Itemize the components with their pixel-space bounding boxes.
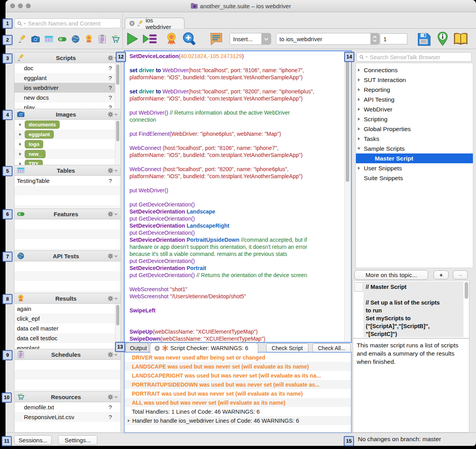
chevron-down-icon[interactable] <box>114 254 118 258</box>
code-line[interactable]: put GetDeviceOrientation() <box>129 201 345 208</box>
code-line[interactable]: put WebDriver() <box>129 187 345 194</box>
disclosure-triangle-icon[interactable] <box>356 107 361 112</box>
code-line[interactable] <box>129 300 345 307</box>
code-line[interactable]: WebScreenshot "shot1" <box>129 286 345 293</box>
code-line[interactable]: put GetDeviceOrientation() <box>129 229 345 236</box>
chevron-down-icon[interactable] <box>114 112 118 117</box>
code-line[interactable] <box>129 81 345 88</box>
tree-item-connections[interactable]: Connections <box>356 65 473 75</box>
list-item[interactable]: TRY <box>15 159 120 165</box>
gear-icon[interactable] <box>107 351 114 358</box>
chevron-down-icon[interactable] <box>114 395 118 399</box>
tree-item-tasks[interactable]: Tasks <box>356 134 473 144</box>
code-line[interactable]: put GetDeviceOrientation() // Returns th… <box>129 272 345 279</box>
editor-scrollbar-thumb[interactable] <box>346 52 349 182</box>
code-line[interactable]: SetDeviceOrientation Portrait <box>129 265 345 272</box>
tree-item-user-snippets[interactable]: User Snippets <box>356 163 473 173</box>
close-checker-icon[interactable] <box>154 345 160 351</box>
list-item[interactable]: logo <box>15 139 120 149</box>
image-collection-pill[interactable]: eggplant <box>25 130 54 139</box>
pencil-icon[interactable] <box>18 35 27 44</box>
tree-item-sample-scripts[interactable]: Sample Scripts <box>356 144 473 153</box>
section-header[interactable]: Tables <box>15 165 120 176</box>
code-line[interactable]: SetDeviceLocation(40.021824,-105.2473129… <box>129 53 345 60</box>
list-item[interactable]: play? <box>15 102 120 109</box>
section-header[interactable]: Scripts <box>15 53 120 63</box>
script-checker-tab[interactable]: Script Checker: WARNINGS: 6 <box>150 343 258 353</box>
disclosure-triangle-icon[interactable] <box>356 146 361 151</box>
more-on-topic-button[interactable]: More on this topic... <box>354 270 428 280</box>
list-item[interactable]: click_epf <box>15 314 120 323</box>
disclosure-triangle-icon[interactable] <box>18 132 23 137</box>
sensetalk-search-input[interactable] <box>369 53 469 61</box>
tree-item-sut-interaction[interactable]: SUT Interaction <box>356 75 473 85</box>
editor-scrollbar[interactable] <box>344 51 351 342</box>
disclosure-triangle-icon[interactable] <box>356 68 361 73</box>
tree-item-webdriver[interactable]: WebDriver <box>356 104 473 114</box>
disclosure-triangle-icon[interactable] <box>18 142 23 147</box>
code-line[interactable]: WebConnect (host:"localhost", port: "820… <box>129 166 345 173</box>
section-header[interactable]: Images <box>15 109 120 120</box>
code-area[interactable]: SetDeviceLocation(40.021824,-105.2473129… <box>125 51 345 342</box>
list-item[interactable]: ios webdriver? <box>15 83 120 93</box>
code-line[interactable] <box>129 123 345 130</box>
section-header[interactable]: API Tests <box>15 251 120 261</box>
code-line[interactable] <box>129 194 345 201</box>
remove-snippet-button[interactable]: − <box>453 270 468 279</box>
insert-dropdown[interactable]: Insert... <box>230 33 271 45</box>
gear-icon[interactable] <box>107 55 114 61</box>
run-selection-button[interactable] <box>142 32 158 46</box>
sensetalk-search-field[interactable] <box>356 52 472 62</box>
disclosure-triangle-icon[interactable] <box>126 418 131 423</box>
tree-item-master-script[interactable]: Master Script <box>356 153 473 163</box>
section-header[interactable]: Resources <box>15 392 120 402</box>
chevron-down-icon[interactable] <box>114 212 118 216</box>
disclosure-triangle-icon[interactable] <box>356 87 361 92</box>
gear-icon[interactable] <box>107 394 114 400</box>
medal-icon[interactable] <box>84 35 93 44</box>
code-line[interactable]: put WebDriver() // Returns information a… <box>129 109 345 116</box>
list-item[interactable]: doc? <box>15 63 120 73</box>
iteration-count-input[interactable] <box>380 34 407 44</box>
list-item[interactable]: eggplant <box>15 130 120 139</box>
code-line[interactable]: platformName: "iOS", bundleId: "com.test… <box>129 151 345 159</box>
disclosure-triangle-icon[interactable] <box>356 126 361 131</box>
list-item[interactable]: eggplant? <box>15 73 120 83</box>
editor-tab[interactable]: ios webdriver <box>125 18 184 29</box>
code-line[interactable]: WebConnect (host:"localhost", port: "810… <box>129 144 345 151</box>
disclosure-triangle-icon[interactable] <box>356 117 361 122</box>
code-line[interactable]: SetDeviceOrientation Landscape <box>129 208 345 215</box>
gear-icon[interactable] <box>107 253 114 259</box>
section-scrollbar[interactable] <box>115 120 120 165</box>
gear-icon[interactable] <box>107 111 114 118</box>
section-header[interactable]: Features <box>15 209 120 219</box>
script-editor[interactable]: SetDeviceLocation(40.021824,-105.2473129… <box>125 51 351 342</box>
save-button[interactable] <box>417 32 430 46</box>
code-line[interactable]: put GetDeviceOrientation() <box>129 257 345 265</box>
tree-item-global-properties[interactable]: Global Properties <box>356 124 473 134</box>
run-script-button[interactable] <box>126 32 139 46</box>
scrollbar-thumb[interactable] <box>116 305 119 325</box>
disclosure-triangle-icon[interactable] <box>18 122 23 127</box>
gear-icon[interactable] <box>107 167 114 174</box>
code-line[interactable]: SwipeDown(webClassName: "XCUIElementType… <box>129 335 345 342</box>
code-line[interactable]: set driver to WebDriver(host:"localhost"… <box>129 88 345 95</box>
list-item[interactable]: documents <box>15 120 120 130</box>
tree-item-suite-snippets[interactable]: Suite Snippets <box>356 173 473 183</box>
code-line[interactable]: platformName: "iOS", bundleId: "com.test… <box>129 74 345 81</box>
list-item[interactable]: new_ <box>15 149 120 159</box>
image-collection-pill[interactable]: TRY <box>25 160 43 165</box>
section-header[interactable]: Schedules <box>15 349 120 360</box>
search-input[interactable] <box>27 20 118 27</box>
snippet-drag-chip[interactable] <box>354 282 363 292</box>
code-line[interactable]: because it's still a viable command. rem… <box>129 250 345 257</box>
info-pin-button[interactable] <box>436 31 449 47</box>
chevron-down-icon[interactable] <box>114 168 118 173</box>
add-snippet-button[interactable]: + <box>434 270 449 279</box>
code-line[interactable] <box>129 321 345 328</box>
scrollbar-thumb[interactable] <box>116 64 119 85</box>
code-line[interactable]: platformName: "iOS", bundleId: "com.test… <box>129 95 345 102</box>
check-all-button[interactable]: Check All... <box>312 343 351 353</box>
code-line[interactable]: SetDeviceOrientation PortraitUpsideDown … <box>129 236 345 243</box>
image-collection-pill[interactable]: logo <box>25 140 43 148</box>
